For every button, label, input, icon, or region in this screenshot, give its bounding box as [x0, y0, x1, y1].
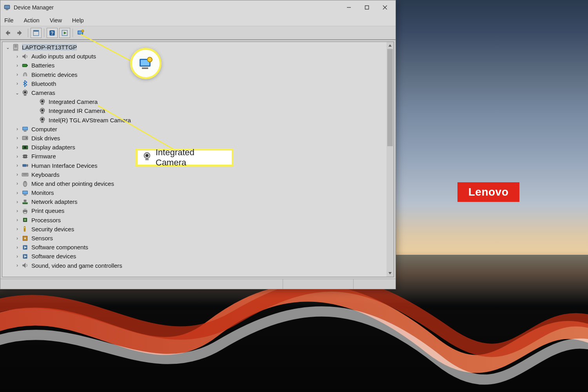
svg-rect-18 — [13, 50, 18, 51]
annotation-label: Integrated Camera — [156, 147, 227, 168]
expander-icon[interactable]: › — [14, 181, 20, 186]
expander-icon[interactable]: › — [14, 236, 20, 241]
tree-node[interactable]: ›Sensors — [2, 234, 387, 243]
tree-node-label: Integrated IR Camera — [49, 107, 105, 114]
expander-icon[interactable]: › — [14, 217, 20, 223]
tree-node[interactable]: ›Processors — [2, 216, 387, 225]
forward-button[interactable] — [15, 28, 25, 38]
expander-icon[interactable]: › — [14, 254, 20, 259]
expander-icon[interactable]: › — [14, 208, 20, 214]
back-button[interactable] — [2, 28, 13, 38]
expander-icon[interactable]: › — [14, 72, 20, 77]
svg-point-28 — [41, 109, 44, 111]
camera-icon — [38, 98, 46, 106]
svg-rect-63 — [24, 219, 26, 221]
camera-icon — [21, 89, 29, 97]
properties-button[interactable]: ? — [47, 28, 58, 38]
tree-node[interactable]: ›Keyboards — [2, 170, 387, 179]
tree-node[interactable]: ›Monitors — [2, 188, 387, 197]
tree-node-label: Security devices — [31, 226, 74, 232]
tree-node[interactable]: ›Batteries — [2, 61, 387, 70]
expander-icon[interactable]: › — [14, 172, 20, 177]
expander-icon[interactable]: › — [14, 199, 20, 205]
svg-rect-55 — [24, 194, 27, 195]
mouse-icon — [21, 180, 29, 187]
svg-rect-57 — [24, 200, 27, 202]
expander-icon[interactable]: › — [14, 63, 20, 68]
network-icon — [21, 198, 29, 206]
svg-point-79 — [145, 154, 149, 157]
tree-node[interactable]: ›Software devices — [2, 252, 387, 261]
minimize-button[interactable] — [340, 1, 358, 14]
tree-node[interactable]: ›Computer — [2, 125, 387, 134]
keyboard-icon — [21, 171, 29, 178]
expander-icon[interactable]: › — [14, 245, 20, 250]
menu-file[interactable]: File — [4, 17, 14, 24]
tree-node-label: Disk drives — [31, 135, 60, 142]
scroll-down-icon[interactable] — [387, 270, 394, 277]
tree-node[interactable]: ›Bluetooth — [2, 79, 387, 88]
svg-rect-17 — [15, 46, 17, 47]
expander-icon[interactable]: › — [14, 145, 20, 150]
svg-marker-73 — [388, 272, 392, 274]
expander-icon[interactable]: › — [14, 126, 20, 132]
monitor-icon — [21, 125, 29, 133]
tree-node-label: Firmware — [31, 153, 56, 160]
scrollbar-thumb[interactable] — [387, 49, 393, 146]
expander-icon[interactable]: › — [14, 154, 20, 159]
speaker-icon — [21, 261, 29, 269]
titlebar[interactable]: Device Manager — [0, 0, 396, 15]
expander-icon[interactable]: › — [14, 163, 20, 168]
tree-node[interactable]: Integrated IR Camera — [2, 106, 387, 115]
tree-node[interactable]: ›Print queues — [2, 206, 387, 215]
monitor-icon — [21, 189, 29, 197]
maximize-button[interactable] — [358, 1, 376, 14]
expander-icon[interactable]: ⌄ — [5, 45, 11, 50]
update-driver-button[interactable] — [59, 28, 70, 38]
tree-node[interactable]: ›Disk drives — [2, 134, 387, 143]
lenovo-logo: Lenovo — [457, 182, 519, 202]
svg-rect-19 — [22, 64, 27, 67]
vertical-scrollbar[interactable] — [387, 42, 394, 277]
menu-help[interactable]: Help — [71, 17, 85, 24]
expander-icon[interactable]: › — [14, 81, 20, 86]
tree-node[interactable]: ⌄LAPTOP-RT13TTGP — [2, 43, 387, 52]
expander-icon[interactable]: › — [14, 135, 20, 141]
tree-node[interactable]: ›Biometric devices — [2, 70, 387, 79]
tree-node[interactable]: ›Mice and other pointing devices — [2, 179, 387, 188]
gpu-icon — [21, 143, 29, 151]
hid-icon — [21, 162, 29, 169]
svg-point-39 — [24, 146, 26, 149]
expander-icon[interactable]: ⌄ — [14, 90, 20, 96]
tree-node-label: Mice and other pointing devices — [31, 180, 114, 187]
tree-node[interactable]: ⌄Cameras — [2, 88, 387, 97]
svg-point-37 — [26, 138, 27, 139]
battery-icon — [21, 62, 29, 69]
tree-node[interactable]: ›Network adapters — [2, 197, 387, 206]
expander-icon[interactable]: › — [14, 54, 20, 59]
menu-action[interactable]: Action — [23, 17, 40, 24]
expander-icon[interactable]: › — [14, 226, 20, 232]
scroll-up-icon[interactable] — [387, 42, 394, 49]
expander-icon[interactable]: › — [14, 263, 20, 268]
menu-view[interactable]: View — [49, 17, 63, 24]
svg-rect-41 — [24, 156, 26, 158]
app-icon — [4, 4, 11, 11]
tree-node[interactable]: ›Sound, video and game controllers — [2, 261, 387, 270]
tree-node-label: Print queues — [31, 207, 64, 214]
svg-rect-1 — [6, 9, 9, 10]
bluetooth-icon — [21, 80, 29, 87]
expander-icon[interactable]: › — [14, 190, 20, 196]
tree-node[interactable]: ›Audio inputs and outputs — [2, 52, 387, 61]
tree-node-label: Monitors — [31, 189, 54, 196]
show-hidden-button[interactable] — [31, 28, 42, 38]
tree-node[interactable]: ›Security devices — [2, 225, 387, 234]
close-button[interactable] — [376, 1, 394, 14]
tree-node[interactable]: Integrated Camera — [2, 97, 387, 106]
tree-node[interactable]: Intel(R) TGL AVStream Camera — [2, 116, 387, 125]
svg-rect-60 — [24, 209, 27, 210]
tree-node-label: Display adapters — [31, 144, 75, 151]
camera-icon — [38, 107, 46, 115]
tree-node[interactable]: ›Software components — [2, 243, 387, 252]
tree-node-label: Bluetooth — [31, 80, 56, 87]
